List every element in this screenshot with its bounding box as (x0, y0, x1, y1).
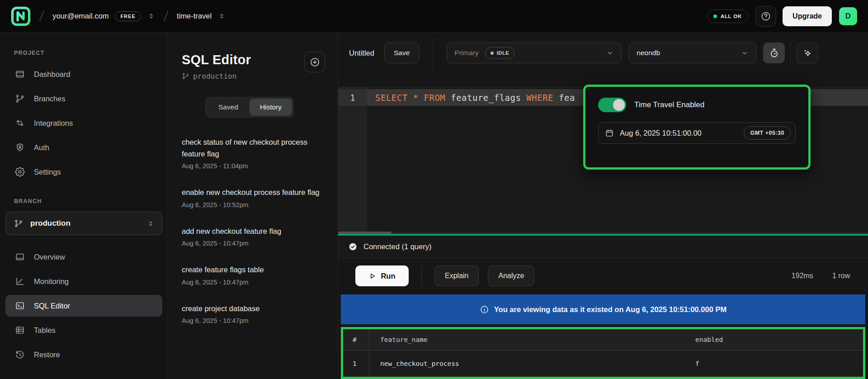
history-item-title: create project database (182, 303, 322, 315)
sidebar-item-branches[interactable]: Branches (5, 88, 162, 109)
history-item[interactable]: add new checkout feature flagAug 6, 2025… (182, 226, 322, 247)
panel-branch: production (182, 72, 338, 81)
history-item[interactable]: check status of new checkout process fea… (182, 137, 322, 170)
saved-history-tabs: SavedHistory (205, 97, 294, 118)
project-section-label: PROJECT (5, 50, 162, 56)
auth-icon (15, 142, 25, 152)
chevron-down-icon (606, 49, 614, 57)
neon-console: / your@email.com FREE / time-travel ALL … (0, 0, 868, 379)
time-travel-toggle[interactable] (598, 98, 626, 112)
new-query-button[interactable] (304, 52, 325, 72)
editor-horizontal-scrollbar[interactable] (338, 232, 868, 234)
tab-saved[interactable]: Saved (207, 99, 250, 116)
time-travel-datetime-field[interactable]: Aug 6, 2025 10:51:00.00 GMT +05:30 (598, 122, 796, 144)
history-item-title: add new checkout feature flag (182, 226, 322, 237)
scrollbar-thumb[interactable] (338, 232, 392, 234)
sidebar-item-tables[interactable]: Tables (5, 319, 162, 341)
upgrade-button[interactable]: Upgrade (783, 6, 832, 26)
time-travel-popup: Time Travel Enabled Aug 6, 2025 10:51:00… (583, 85, 811, 170)
line-number: 1 (338, 89, 367, 106)
branches-icon (15, 94, 25, 104)
compute-status-label: IDLE (497, 50, 509, 56)
account-chevron-icon[interactable] (147, 12, 155, 20)
history-item-date: Aug 6, 2025 - 10:47pm (182, 279, 322, 286)
sidebar-item-dashboard[interactable]: Dashboard (5, 63, 162, 85)
branch-icon (14, 219, 23, 228)
explain-button[interactable]: Explain (434, 265, 479, 286)
history-item[interactable]: create feature flags tableAug 6, 2025 - … (182, 264, 322, 286)
time-travel-button[interactable] (763, 43, 785, 63)
branch-section-label: BRANCH (5, 198, 162, 204)
datetime-value: Aug 6, 2025 10:51:00.00 (620, 129, 702, 137)
status-badge[interactable]: ALL OK (707, 9, 748, 23)
sidebar-item-integrations[interactable]: Integrations (5, 112, 162, 134)
tables-icon (15, 325, 25, 335)
query-tab-title[interactable]: Untitled (349, 43, 374, 63)
tab-history[interactable]: History (250, 99, 292, 116)
idle-dot-icon (491, 52, 494, 55)
sidebar-item-sql-editor[interactable]: SQL Editor (5, 295, 162, 317)
sidebar-item-restore[interactable]: Restore (5, 344, 162, 365)
settings-icon (15, 167, 25, 177)
sidebar-item-auth[interactable]: Auth (5, 137, 162, 158)
toggle-knob (613, 99, 625, 111)
breadcrumb-project[interactable]: time-travel (177, 12, 212, 20)
compute-name: Primary (454, 49, 478, 57)
results-table-header: #feature_nameenabled (343, 329, 863, 351)
ai-assist-button[interactable] (796, 43, 818, 63)
connection-status-bar: Connected (1 query) (338, 236, 868, 258)
sql-token-plain (419, 93, 424, 103)
check-circle-icon (348, 242, 358, 251)
query-actions: Run Explain Analyze 192ms 1 row (338, 258, 868, 294)
banner-text: You are viewing data as it existed on Au… (494, 305, 726, 314)
time-travel-label: Time Travel Enabled (634, 100, 704, 109)
history-item-date: Aug 6, 2025 - 11:04pm (182, 162, 322, 170)
history-item-date: Aug 6, 2025 - 10:52pm (182, 201, 322, 208)
nav-item-label: Overview (34, 253, 65, 261)
nav-item-label: Integrations (34, 119, 73, 128)
plan-badge: FREE (115, 11, 141, 21)
breadcrumb-account[interactable]: your@email.com (52, 12, 108, 20)
table-row[interactable]: 1new_checkout_processf (343, 351, 863, 377)
neon-logo-icon[interactable] (11, 6, 31, 26)
branch-selector[interactable]: production (5, 212, 162, 235)
results-table: #feature_nameenabled 1new_checkout_proce… (341, 327, 865, 379)
nav-item-label: Restore (34, 351, 60, 359)
sidebar-item-monitoring[interactable]: Monitoring (5, 270, 162, 292)
panel-branch-label: production (193, 72, 236, 81)
run-button[interactable]: Run (355, 265, 409, 286)
sidebar-item-overview[interactable]: Overview (5, 246, 162, 268)
history-item[interactable]: enable new checkout process feature flag… (182, 187, 322, 208)
stopwatch-icon (769, 48, 779, 58)
integrations-icon (15, 118, 25, 128)
history-item-date: Aug 6, 2025 - 10:47pm (182, 240, 322, 247)
table-cell: new_checkout_process (369, 360, 693, 367)
database-select[interactable]: neondb (629, 43, 756, 63)
sql-editor-panel: SQL Editor production SavedHistory check… (168, 33, 338, 379)
history-item[interactable]: create project databaseAug 6, 2025 - 10:… (182, 303, 322, 325)
analyze-button[interactable]: Analyze (488, 265, 534, 286)
branch-selector-value: production (30, 219, 71, 228)
sidebar-item-settings[interactable]: Settings (5, 161, 162, 183)
history-item-title: enable new checkout process feature flag (182, 187, 322, 199)
sql-token-plain: feature_flags (445, 93, 526, 103)
nav-item-label: SQL Editor (34, 302, 70, 310)
help-button[interactable] (755, 6, 776, 27)
actions-divider (421, 267, 422, 285)
history-list: check status of new checkout process fea… (182, 137, 338, 324)
compute-select[interactable]: Primary IDLE (447, 43, 622, 63)
plus-circle-icon (309, 57, 321, 68)
save-button[interactable]: Save (384, 43, 419, 63)
project-chevron-icon[interactable] (218, 12, 226, 20)
branch-icon (182, 72, 189, 80)
status-badge-label: ALL OK (721, 14, 742, 19)
restore-icon (15, 350, 25, 360)
timezone-badge: GMT +05:30 (744, 126, 791, 140)
monitoring-icon (15, 276, 25, 286)
sql-token-plain: fea (553, 93, 575, 103)
overview-icon (15, 252, 25, 262)
avatar[interactable]: D (839, 7, 857, 25)
history-item-title: check status of new checkout process fea… (182, 137, 322, 160)
nav-item-label: Auth (34, 143, 49, 152)
sidebar: PROJECT DashboardBranchesIntegrationsAut… (0, 33, 168, 379)
